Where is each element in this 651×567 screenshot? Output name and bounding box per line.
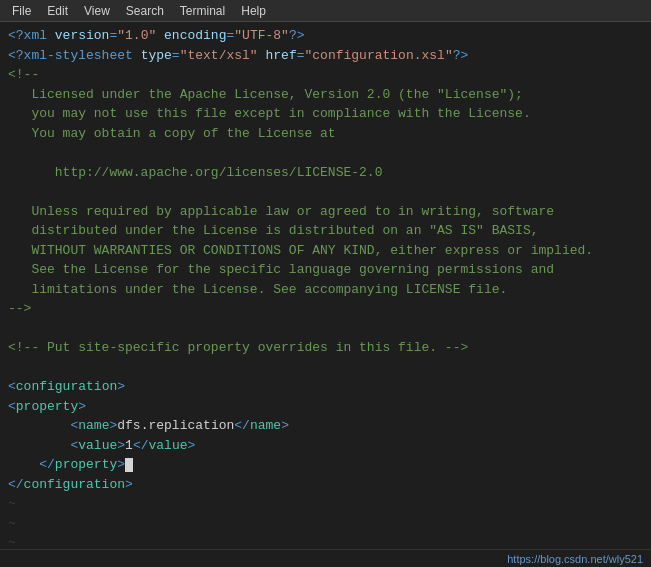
menu-search[interactable]: Search (118, 0, 172, 21)
line-tilde-2: ~ (8, 514, 643, 534)
line-14: limitations under the License. See accom… (8, 280, 643, 300)
line-8: http://www.apache.org/licenses/LICENSE-2… (8, 163, 643, 183)
line-tilde-1: ~ (8, 494, 643, 514)
line-1: <?xml version="1.0" encoding="UTF-8"?> (8, 26, 643, 46)
line-9 (8, 182, 643, 202)
line-13: See the License for the specific languag… (8, 260, 643, 280)
menu-edit[interactable]: Edit (39, 0, 76, 21)
line-24: </configuration> (8, 475, 643, 495)
line-16 (8, 319, 643, 339)
line-3: <!-- (8, 65, 643, 85)
line-20: <property> (8, 397, 643, 417)
line-21: <name>dfs.replication</name> (8, 416, 643, 436)
line-15: --> (8, 299, 643, 319)
line-11: distributed under the License is distrib… (8, 221, 643, 241)
line-18 (8, 358, 643, 378)
line-4: Licensed under the Apache License, Versi… (8, 85, 643, 105)
menu-help[interactable]: Help (233, 0, 274, 21)
menu-view[interactable]: View (76, 0, 118, 21)
line-10: Unless required by applicable law or agr… (8, 202, 643, 222)
menu-file[interactable]: File (4, 0, 39, 21)
menubar: File Edit View Search Terminal Help (0, 0, 651, 22)
line-tilde-3: ~ (8, 533, 643, 549)
line-6: You may obtain a copy of the License at (8, 124, 643, 144)
line-22: <value>1</value> (8, 436, 643, 456)
line-17: <!-- Put site-specific property override… (8, 338, 643, 358)
line-12: WITHOUT WARRANTIES OR CONDITIONS OF ANY … (8, 241, 643, 261)
editor[interactable]: <?xml version="1.0" encoding="UTF-8"?> <… (0, 22, 651, 549)
menu-terminal[interactable]: Terminal (172, 0, 233, 21)
line-2: <?xml-stylesheet type="text/xsl" href="c… (8, 46, 643, 66)
line-23: </property> (8, 455, 643, 475)
status-url: https://blog.csdn.net/wly521 (507, 553, 643, 565)
text-cursor (125, 458, 133, 472)
line-7 (8, 143, 643, 163)
line-5: you may not use this file except in comp… (8, 104, 643, 124)
statusbar: https://blog.csdn.net/wly521 (0, 549, 651, 567)
line-19: <configuration> (8, 377, 643, 397)
